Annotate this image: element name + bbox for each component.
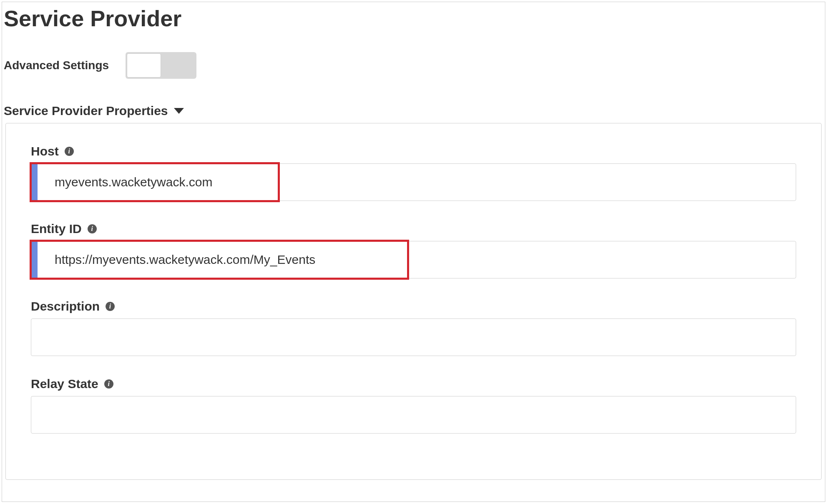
- host-input[interactable]: [31, 163, 796, 201]
- advanced-settings-row: Advanced Settings: [2, 44, 825, 95]
- info-icon[interactable]: i: [65, 147, 74, 156]
- entity-id-label: Entity ID: [31, 222, 82, 236]
- section-title: Service Provider Properties: [4, 104, 168, 118]
- entity-id-input[interactable]: [31, 241, 796, 278]
- entity-id-label-row: Entity ID i: [31, 222, 796, 236]
- description-field-group: Description i: [31, 299, 796, 356]
- host-label: Host: [31, 144, 59, 158]
- caret-down-icon: [174, 108, 184, 114]
- relay-state-field-group: Relay State i: [31, 377, 796, 434]
- advanced-settings-label: Advanced Settings: [4, 59, 109, 72]
- page-title: Service Provider: [2, 2, 825, 44]
- service-provider-properties-header[interactable]: Service Provider Properties: [2, 95, 825, 123]
- info-icon[interactable]: i: [88, 224, 97, 233]
- relay-state-label: Relay State: [31, 377, 98, 391]
- advanced-settings-toggle[interactable]: [126, 52, 196, 79]
- host-label-row: Host i: [31, 144, 796, 158]
- required-indicator-bar: [32, 242, 38, 278]
- info-icon[interactable]: i: [106, 302, 115, 311]
- entity-id-field-group: Entity ID i: [31, 222, 796, 278]
- host-input-wrap: [31, 163, 796, 201]
- description-label: Description: [31, 299, 100, 313]
- relay-state-label-row: Relay State i: [31, 377, 796, 391]
- relay-state-input-wrap: [31, 396, 796, 434]
- description-input-wrap: [31, 318, 796, 356]
- relay-state-input[interactable]: [31, 396, 796, 434]
- host-field-group: Host i: [31, 144, 796, 201]
- properties-panel: Host i Entity ID i Description: [5, 123, 822, 480]
- required-indicator-bar: [32, 164, 38, 200]
- description-label-row: Description i: [31, 299, 796, 313]
- description-input[interactable]: [31, 318, 796, 356]
- toggle-knob: [127, 53, 161, 78]
- service-provider-panel: Service Provider Advanced Settings Servi…: [2, 2, 825, 502]
- info-icon[interactable]: i: [104, 379, 113, 389]
- entity-id-input-wrap: [31, 241, 796, 278]
